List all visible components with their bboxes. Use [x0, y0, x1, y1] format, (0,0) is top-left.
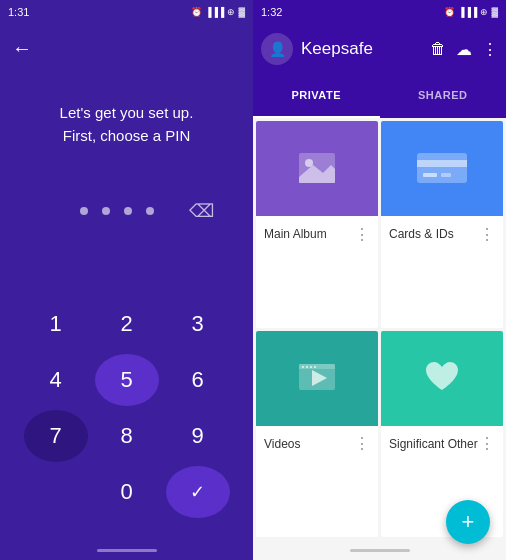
album-footer-cards: Cards & IDs ⋮: [381, 216, 503, 252]
svg-rect-10: [302, 366, 304, 368]
backspace-icon[interactable]: ⌫: [189, 198, 214, 225]
pin-setup-panel: 1:31 ⏰ ▐▐▐ ⊕ ▓ ← Let's get you set up. F…: [0, 0, 253, 560]
wifi-icon: ⊕: [227, 7, 235, 17]
top-bar-left: ←: [0, 24, 253, 72]
fab-button[interactable]: +: [446, 500, 490, 544]
album-name-videos: Videos: [264, 437, 300, 451]
status-time-right: 1:32: [261, 6, 282, 18]
pin-dots-area: ⌫: [80, 207, 174, 215]
image-icon: [295, 147, 339, 191]
key-2[interactable]: 2: [95, 298, 159, 350]
album-more-main[interactable]: ⋮: [354, 225, 370, 244]
home-indicator-left: [0, 540, 253, 560]
battery-icon-right: ▓: [491, 7, 498, 17]
wifi-icon-right: ⊕: [480, 7, 488, 17]
heart-icon: [420, 356, 464, 400]
setup-subtitle: First, choose a PIN: [63, 125, 191, 148]
key-confirm[interactable]: ✓: [166, 466, 230, 518]
pin-setup-text: Let's get you set up. First, choose a PI…: [0, 72, 253, 286]
album-footer-videos: Videos ⋮: [256, 426, 378, 462]
pin-dot-1: [80, 207, 88, 215]
svg-rect-6: [441, 173, 451, 177]
signal-icon-right: ▐▐▐: [458, 7, 477, 17]
key-6[interactable]: 6: [166, 354, 230, 406]
signal-icon: ▐▐▐: [205, 7, 224, 17]
back-button[interactable]: ←: [12, 37, 32, 60]
pin-dot-3: [124, 207, 132, 215]
status-bar-left: 1:31 ⏰ ▐▐▐ ⊕ ▓: [0, 0, 253, 24]
keypad: 1 2 3 4 5 6 7 8 9 0 ✓: [0, 286, 253, 540]
status-icons-right: ⏰ ▐▐▐ ⊕ ▓: [444, 7, 498, 17]
pin-dot-4: [146, 207, 154, 215]
svg-rect-4: [417, 160, 467, 167]
app-bar: 👤 Keepsafe 🗑 ☁ ⋮: [253, 24, 506, 74]
status-bar-right: 1:32 ⏰ ▐▐▐ ⊕ ▓: [253, 0, 506, 24]
svg-rect-5: [423, 173, 437, 177]
status-icons-left: ⏰ ▐▐▐ ⊕ ▓: [191, 7, 245, 17]
video-icon: [295, 356, 339, 400]
svg-rect-13: [314, 366, 316, 368]
key-7[interactable]: 7: [24, 410, 88, 462]
svg-rect-9: [299, 364, 335, 369]
svg-rect-12: [310, 366, 312, 368]
album-thumb-other: [381, 331, 503, 426]
key-0[interactable]: 0: [95, 466, 159, 518]
alarm-icon-right: ⏰: [444, 7, 455, 17]
alarm-icon: ⏰: [191, 7, 202, 17]
svg-rect-3: [417, 153, 467, 183]
key-4[interactable]: 4: [24, 354, 88, 406]
delete-icon[interactable]: 🗑: [430, 40, 446, 58]
home-line-left: [97, 549, 157, 552]
fab-icon: +: [462, 509, 475, 535]
cloud-icon[interactable]: ☁: [456, 40, 472, 59]
app-title: Keepsafe: [301, 39, 422, 59]
battery-icon: ▓: [238, 7, 245, 17]
key-1[interactable]: 1: [24, 298, 88, 350]
key-3[interactable]: 3: [166, 298, 230, 350]
card-icon: [415, 151, 469, 187]
album-more-cards[interactable]: ⋮: [479, 225, 495, 244]
keepsafe-panel: 1:32 ⏰ ▐▐▐ ⊕ ▓ 👤 Keepsafe 🗑 ☁ ⋮ PRIVATE …: [253, 0, 506, 560]
key-empty: [24, 466, 88, 518]
album-card-videos[interactable]: Videos ⋮: [256, 331, 378, 538]
album-thumb-main: [256, 121, 378, 216]
album-name-cards: Cards & IDs: [389, 227, 454, 241]
app-bar-icons: 🗑 ☁ ⋮: [430, 40, 498, 59]
tab-private[interactable]: PRIVATE: [253, 74, 380, 118]
overflow-icon[interactable]: ⋮: [482, 40, 498, 59]
albums-grid: Main Album ⋮ Cards & IDs ⋮: [253, 118, 506, 540]
svg-point-1: [305, 159, 313, 167]
album-name-main: Main Album: [264, 227, 327, 241]
tab-bar: PRIVATE SHARED: [253, 74, 506, 118]
avatar: 👤: [261, 33, 293, 65]
svg-rect-11: [306, 366, 308, 368]
pin-dot-2: [102, 207, 110, 215]
album-card-cards[interactable]: Cards & IDs ⋮: [381, 121, 503, 328]
album-card-other[interactable]: Significant Other ⋮: [381, 331, 503, 538]
album-card-main[interactable]: Main Album ⋮: [256, 121, 378, 328]
home-line-right: [350, 549, 410, 552]
key-8[interactable]: 8: [95, 410, 159, 462]
album-name-other: Significant Other: [389, 437, 478, 451]
album-thumb-videos: [256, 331, 378, 426]
album-footer-main: Main Album ⋮: [256, 216, 378, 252]
album-more-other[interactable]: ⋮: [479, 434, 495, 453]
album-more-videos[interactable]: ⋮: [354, 434, 370, 453]
setup-title: Let's get you set up.: [60, 102, 194, 125]
key-5[interactable]: 5: [95, 354, 159, 406]
tab-shared[interactable]: SHARED: [380, 74, 507, 118]
avatar-icon: 👤: [269, 41, 286, 57]
album-thumb-cards: [381, 121, 503, 216]
key-9[interactable]: 9: [166, 410, 230, 462]
checkmark-icon: ✓: [190, 481, 205, 503]
status-time-left: 1:31: [8, 6, 29, 18]
album-footer-other: Significant Other ⋮: [381, 426, 503, 462]
